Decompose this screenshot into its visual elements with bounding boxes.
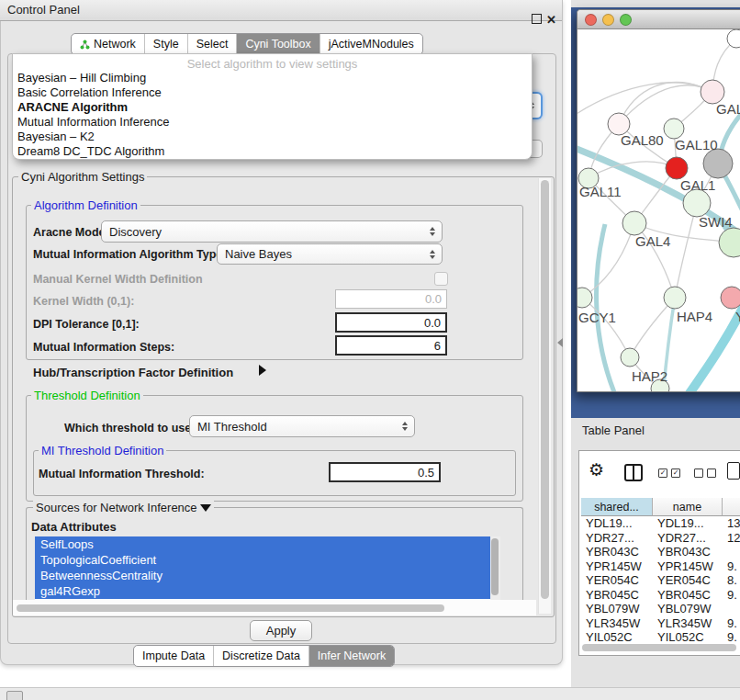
table-row[interactable]: YDL19...YDL19...13	[579, 516, 740, 531]
column-header-shared-name[interactable]: shared...	[581, 498, 653, 516]
table-row[interactable]: YLR345WYLR345W9.	[579, 616, 740, 631]
network-edge	[619, 85, 712, 124]
collapse-down-icon	[200, 504, 211, 512]
network-edge	[582, 223, 634, 298]
algorithm-option[interactable]: Mutual Information Inference	[13, 115, 532, 130]
attribute-item[interactable]: BetweennessCentrality	[35, 568, 500, 583]
attributes-scrollbar[interactable]	[490, 536, 500, 601]
data-attributes-label: Data Attributes	[31, 520, 117, 534]
algorithm-option[interactable]: Basic Correlation Inference	[13, 85, 532, 100]
stepper-arrows-icon	[430, 250, 435, 259]
manual-kernel-width-checkbox[interactable]	[434, 272, 448, 286]
columns-icon[interactable]	[624, 464, 643, 481]
mi-threshold-label: Mutual Information Threshold:	[39, 468, 205, 480]
algorithm-option[interactable]: Bayesian – K2	[13, 130, 532, 144]
tab-style[interactable]: Style	[145, 34, 188, 54]
dpi-tolerance-field[interactable]: 0.0	[335, 312, 447, 333]
network-node-label: SWI4	[699, 214, 733, 230]
table-row[interactable]: YIL052CYIL052C9.	[579, 630, 740, 645]
table-cell: YLR345W	[651, 616, 721, 631]
aracne-mode-combobox[interactable]: Discovery	[101, 220, 443, 243]
settings-vertical-scrollbar[interactable]	[538, 178, 551, 614]
table-cell: YDR27...	[579, 531, 651, 546]
network-node[interactable]	[683, 189, 711, 217]
table-cell: 12	[721, 531, 740, 546]
table-cell: YPR145W	[579, 559, 651, 574]
table-cell: 9.	[721, 588, 740, 603]
network-node[interactable]	[719, 228, 740, 257]
apply-button[interactable]: Apply	[250, 620, 312, 641]
table-cell: YBR045C	[651, 588, 721, 603]
manual-kernel-width-label: Manual Kernel Width Definition	[33, 273, 203, 286]
settings-horizontal-scrollbar[interactable]	[17, 604, 444, 612]
tab-impute-data[interactable]: Impute Data	[134, 646, 214, 666]
right-region: GALGAL80GAL10GAL11GAL1SWI4GAL4GCY1HAP4YH…	[571, 0, 740, 700]
select-all-checkboxes-icon[interactable]: ✓✓	[658, 469, 680, 478]
table-row[interactable]: YER054CYER054C8.	[579, 573, 740, 588]
collapsed-panel-icon[interactable]	[6, 691, 23, 700]
data-attributes-list: SelfLoopsTopologicalCoefficientBetweenne…	[35, 536, 500, 601]
network-node[interactable]	[664, 119, 684, 139]
table-cell: YER054C	[651, 573, 721, 588]
network-node[interactable]	[666, 157, 688, 179]
network-node[interactable]	[721, 287, 740, 309]
float-window-icon[interactable]	[532, 14, 542, 24]
kernel-width-field[interactable]: 0.0	[335, 289, 447, 309]
tab-cyni-toolbox[interactable]: Cyni Toolbox	[237, 34, 320, 54]
deselect-all-checkboxes-icon[interactable]	[694, 469, 716, 478]
attribute-item[interactable]: TopologicalCoefficient	[35, 552, 500, 568]
zoom-traffic-light[interactable]	[620, 14, 632, 26]
which-threshold-combobox[interactable]: MI Threshold	[189, 415, 415, 437]
table-cell: YDL19...	[579, 516, 651, 531]
minimize-traffic-light[interactable]	[602, 14, 614, 26]
network-edge	[597, 224, 616, 391]
column-header-name[interactable]: name	[653, 498, 723, 516]
gear-icon[interactable]: ⚙	[589, 459, 604, 480]
algorithm-option[interactable]: Bayesian – Hill Climbing	[13, 71, 532, 85]
tab-discretize-data[interactable]: Discretize Data	[214, 646, 309, 666]
dpi-tolerance-label: DPI Tolerance [0,1]:	[33, 318, 140, 331]
network-node[interactable]	[621, 348, 639, 367]
network-node[interactable]	[703, 149, 733, 178]
expand-right-icon[interactable]	[259, 365, 266, 376]
table-row[interactable]: YBR045CYBR045C9.	[579, 588, 740, 603]
tab-network[interactable]: Network	[72, 34, 145, 54]
tab-jactivemnodules[interactable]: jActiveMNodules	[320, 34, 422, 54]
network-node[interactable]	[664, 287, 686, 309]
network-canvas[interactable]: GALGAL80GAL10GAL11GAL1SWI4GAL4GCY1HAP4YH…	[577, 29, 740, 391]
network-node-label: Y	[735, 309, 740, 324]
table-cell: YLR345W	[579, 616, 651, 631]
mi-steps-field[interactable]: 6	[335, 335, 447, 356]
close-icon[interactable]: ✕	[546, 13, 556, 27]
attribute-item[interactable]: gal4RGexp	[35, 583, 500, 599]
split-pane-collapse-icon[interactable]	[557, 338, 563, 347]
table-panel-title: Table Panel	[582, 423, 645, 437]
scrollbar-thumb[interactable]	[491, 538, 499, 595]
tab-infer-network[interactable]: Infer Network	[309, 646, 394, 666]
network-node-label: GAL4	[635, 233, 670, 249]
table-horizontal-scrollbar[interactable]	[582, 644, 736, 651]
algorithm-option[interactable]: ARACNE Algorithm	[13, 100, 532, 115]
hub-definition-toggle-label[interactable]: Hub/Transcription Factor Definition	[33, 366, 233, 379]
cyni-mode-tabbar: Impute Data Discretize Data Infer Networ…	[133, 645, 395, 667]
table-cell: YBR043C	[651, 545, 721, 559]
mi-threshold-field[interactable]: 0.5	[329, 462, 441, 482]
table-row[interactable]: YBL079WYBL079W	[579, 602, 740, 616]
table-row[interactable]: YDR27...YDR27...12	[579, 531, 740, 546]
column-header-partial[interactable]	[723, 498, 740, 516]
attribute-item[interactable]: SelfLoops	[35, 536, 500, 552]
sources-group-title[interactable]: Sources for Network Inference	[33, 501, 214, 514]
scrollbar-thumb[interactable]	[541, 180, 549, 599]
close-traffic-light[interactable]	[585, 14, 597, 26]
table-cell: YBR043C	[579, 545, 651, 559]
table-row[interactable]: YPR145WYPR145W9.	[579, 559, 740, 574]
table-cell: 9.	[721, 630, 740, 645]
network-node[interactable]	[622, 211, 646, 235]
tab-select[interactable]: Select	[188, 34, 238, 54]
mi-algorithm-type-combobox[interactable]: Naive Bayes	[217, 243, 443, 265]
table-cell: 9.	[721, 616, 740, 631]
algorithm-option[interactable]: Dream8 DC_TDC Algorithm	[13, 144, 532, 159]
table-row[interactable]: YBR043CYBR043C	[579, 545, 740, 559]
export-table-icon[interactable]	[727, 462, 740, 480]
table-cell: 13	[721, 516, 740, 531]
